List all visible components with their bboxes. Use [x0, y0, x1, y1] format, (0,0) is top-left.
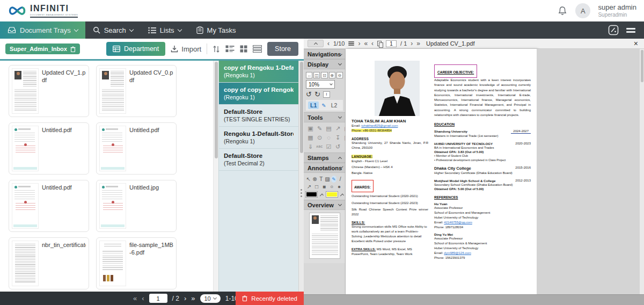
lasso-icon[interactable]: ◌: [325, 134, 332, 141]
section-display[interactable]: Display: [304, 59, 345, 69]
document-card[interactable]: Untitled.pdf: [96, 122, 177, 175]
viewer-page-input[interactable]: [386, 40, 397, 47]
next-document-icon[interactable]: ›: [358, 40, 360, 47]
stroke-color-swatch[interactable]: [306, 192, 317, 197]
last-page-icon[interactable]: »: [416, 40, 420, 47]
nav-lists[interactable]: Lists: [141, 21, 189, 39]
share-icon[interactable]: ↗: [334, 125, 341, 132]
avatar[interactable]: A: [575, 3, 590, 18]
department-button[interactable]: Department: [106, 42, 165, 56]
edit-icon[interactable]: ✎: [316, 125, 323, 132]
prev-document-icon[interactable]: ‹: [327, 40, 330, 47]
document-card[interactable]: Untitled.pdf: [9, 180, 89, 232]
pin-icon[interactable]: ↧: [334, 134, 341, 141]
zoom-in-icon[interactable]: ⊕: [329, 72, 335, 78]
store-scrollbar[interactable]: [298, 61, 304, 292]
first-page-icon[interactable]: «: [364, 40, 368, 47]
fit-window-icon[interactable]: ◫: [313, 72, 320, 78]
grid-view-icon[interactable]: [240, 45, 247, 53]
trash-icon[interactable]: [70, 46, 76, 52]
nav-search[interactable]: Search: [85, 21, 141, 39]
zoom-out-icon[interactable]: ⊖: [336, 72, 343, 78]
document-card[interactable]: Untitled.pdf: [9, 122, 89, 175]
document-card[interactable]: file-sample_1MB-6.pdf: [96, 237, 177, 289]
import-button[interactable]: Import: [171, 45, 201, 53]
tray-tag[interactable]: Super_Admin_Inbox: [5, 43, 80, 54]
stack-icon[interactable]: [348, 40, 354, 46]
prev-page-icon[interactable]: ‹: [371, 40, 374, 47]
page-overview-thumbnail[interactable]: [309, 213, 340, 259]
store-item[interactable]: Rengoku 1-Default-Store (Rengoku 1): [219, 127, 298, 149]
collapse-sidebar-button[interactable]: [308, 40, 324, 47]
cv-email-link[interactable]: tohakhan825@gmail.com: [361, 124, 398, 127]
edu-school: HUBEI UNIVERSITY OF TECNOLOGY: [434, 142, 493, 146]
recently-deleted-button[interactable]: Recently deleted: [236, 292, 304, 305]
store-button[interactable]: Store: [267, 42, 298, 56]
section-annotations[interactable]: Annotations: [304, 163, 345, 173]
print-icon[interactable]: ▤: [325, 125, 332, 132]
fit-width-icon[interactable]: ↔: [306, 72, 312, 78]
rows-view-icon[interactable]: [253, 45, 262, 53]
next-page-icon[interactable]: ›: [411, 40, 413, 47]
tasks-check-icon[interactable]: ☑: [325, 143, 332, 150]
document-card[interactable]: Updated CV_1.pdf: [9, 65, 89, 117]
section-overview[interactable]: Overview: [304, 200, 345, 210]
scan-icon[interactable]: [608, 25, 619, 35]
filled-ellipse-icon[interactable]: ●: [336, 184, 342, 190]
search-doc-icon[interactable]: ⊙: [316, 134, 323, 141]
section-stamps[interactable]: Stamps: [304, 152, 345, 163]
ellipse-icon[interactable]: ○: [328, 184, 335, 190]
nav-my-tasks[interactable]: My Tasks: [189, 21, 244, 39]
ref-email-link[interactable]: 42146755@qq.com: [444, 221, 472, 224]
history-icon[interactable]: ↺: [334, 143, 341, 150]
rotate-right-icon[interactable]: ↻: [314, 90, 320, 98]
fill-color-swatch[interactable]: [326, 192, 338, 197]
viewer-scrollbar[interactable]: [640, 49, 644, 294]
line-icon[interactable]: /: [338, 176, 343, 182]
fit-page-icon[interactable]: ⊡: [321, 72, 327, 78]
pen-annotation-icon[interactable]: ✎: [331, 176, 337, 183]
zoom-select[interactable]: 10%: [306, 80, 335, 89]
grid-scrollbar[interactable]: [213, 61, 218, 292]
bell-icon[interactable]: [557, 6, 568, 16]
rectangle-icon[interactable]: □: [313, 184, 320, 190]
nav-document-trays[interactable]: Document Trays: [0, 21, 85, 39]
layer-1-button[interactable]: L1: [308, 101, 319, 109]
document-card[interactable]: nbr_tin_certificate_al: [9, 237, 89, 289]
first-page-icon[interactable]: «: [133, 295, 137, 302]
menu-icon[interactable]: [626, 26, 635, 34]
sort-icon[interactable]: [213, 45, 220, 53]
layer-2-button[interactable]: L2: [329, 101, 340, 109]
store-item[interactable]: copy of copy of Rengoku 1-Defa... (Rengo…: [219, 83, 298, 105]
page-size-select[interactable]: 10: [200, 294, 221, 303]
section-navigations[interactable]: Navigations: [304, 49, 345, 59]
export-icon[interactable]: ⇓: [307, 143, 314, 150]
page-input[interactable]: [149, 294, 167, 303]
save-icon[interactable]: ▣: [307, 125, 314, 132]
highlight-icon[interactable]: ▨: [325, 176, 330, 182]
edit-layer-icon[interactable]: ✎: [321, 103, 326, 108]
next-page-icon[interactable]: ›: [184, 295, 186, 302]
text-annotation-icon[interactable]: T: [318, 176, 324, 182]
store-item[interactable]: Default-Store (TEST SINGLE ENTRIES): [219, 105, 298, 127]
list-view-icon[interactable]: [225, 45, 235, 53]
section-tools[interactable]: Tools: [304, 112, 345, 122]
ref-email-link[interactable]: dym989@126.com: [444, 251, 471, 255]
last-page-icon[interactable]: »: [191, 295, 195, 302]
rotate-left-icon[interactable]: ↺: [306, 90, 312, 98]
filled-rectangle-icon[interactable]: ■: [321, 184, 327, 190]
store-item[interactable]: copy of Rengoku 1-Default-Store (Rengoku…: [219, 61, 298, 83]
grid-icon[interactable]: ▦: [307, 134, 314, 141]
document-card[interactable]: Untitled.jpg: [96, 180, 177, 232]
arrow-annotation-icon[interactable]: ↗: [306, 184, 312, 190]
text-select-icon[interactable]: I: [323, 91, 330, 98]
prev-page-icon[interactable]: ‹: [142, 295, 144, 302]
close-icon[interactable]: ×: [632, 39, 640, 48]
skills-text: Strong communication skills MS Office su…: [352, 224, 428, 244]
document-card[interactable]: Updated CV_0.pdf: [96, 65, 177, 117]
ocr-icon[interactable]: ABC: [316, 143, 323, 150]
eraser-icon[interactable]: ⊗: [312, 176, 318, 182]
select-cursor-icon[interactable]: ↖: [306, 176, 311, 182]
store-item[interactable]: Default-Store (Test Decimal 2): [219, 149, 298, 171]
panel-drag-handle[interactable]: [301, 192, 302, 194]
